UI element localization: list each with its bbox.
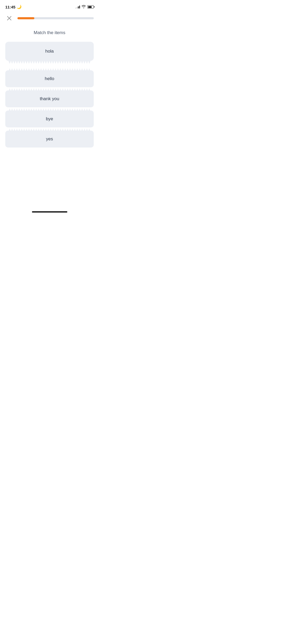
zigzag-bottom bbox=[8, 60, 91, 63]
status-icons bbox=[75, 5, 94, 9]
answer-card-3[interactable]: bye bbox=[5, 111, 94, 127]
instruction-text: Match the items bbox=[5, 30, 94, 35]
zigzag-top-2 bbox=[8, 88, 91, 91]
answer-text-1: hello bbox=[45, 76, 54, 81]
answer-card-4[interactable]: yes bbox=[5, 131, 94, 148]
top-word-card: hola bbox=[5, 42, 94, 61]
status-bar: 11:45 🌙 bbox=[0, 0, 99, 12]
answer-card-2[interactable]: thank you bbox=[5, 90, 94, 107]
status-time: 11:45 🌙 bbox=[5, 4, 22, 9]
answer-text-2: thank you bbox=[40, 96, 59, 101]
zigzag-top-1 bbox=[8, 68, 91, 71]
wifi-icon bbox=[82, 5, 86, 9]
answer-cards: hello thank you bye bbox=[5, 70, 94, 149]
close-button[interactable] bbox=[5, 14, 13, 22]
top-card-text: hola bbox=[45, 49, 54, 54]
battery-icon bbox=[87, 5, 94, 8]
zigzag-top-4 bbox=[8, 128, 91, 131]
main-content: Match the items hola hello bbox=[0, 25, 99, 149]
answer-text-3: bye bbox=[46, 116, 53, 121]
moon-icon: 🌙 bbox=[17, 4, 22, 9]
home-indicator bbox=[32, 211, 67, 213]
answer-card-1[interactable]: hello bbox=[5, 70, 94, 87]
progress-bar bbox=[17, 17, 94, 19]
nav-bar bbox=[0, 12, 99, 25]
time-label: 11:45 bbox=[5, 5, 15, 9]
progress-fill bbox=[17, 17, 34, 19]
zigzag-top-3 bbox=[8, 108, 91, 111]
answer-text-4: yes bbox=[46, 136, 53, 141]
signal-icon bbox=[75, 5, 80, 8]
